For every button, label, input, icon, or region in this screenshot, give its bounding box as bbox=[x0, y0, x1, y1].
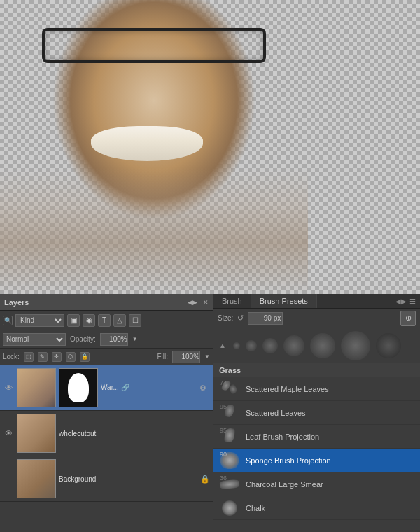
brush-preview-large-2[interactable] bbox=[341, 331, 370, 360]
layer-item-wholecutout[interactable]: 👁 wholecutout bbox=[0, 411, 213, 456]
shape-icon[interactable]: △ bbox=[113, 314, 126, 327]
layer-visibility-wholecutout[interactable]: 👁 bbox=[3, 429, 14, 438]
layer-info-wholecutout: wholecutout bbox=[59, 430, 210, 438]
fill-input[interactable] bbox=[172, 351, 200, 363]
opacity-arrow[interactable]: ▼ bbox=[132, 336, 138, 342]
brush-preview-small-3[interactable] bbox=[262, 338, 278, 354]
brush-preview-small-1[interactable] bbox=[233, 342, 240, 349]
brush-scroll-up[interactable]: ▲ bbox=[219, 342, 226, 349]
brush-item-sponge-brush[interactable]: 90 Sponge Brush Projection bbox=[214, 449, 420, 472]
layer-mask-thumbnail-war bbox=[59, 368, 98, 407]
brush-tabs: Brush Brush Presets ◀▶ ☰ bbox=[214, 294, 420, 309]
chalk-label: Chalk bbox=[246, 504, 414, 512]
size-input[interactable] bbox=[248, 312, 283, 325]
type-icon[interactable]: T bbox=[98, 314, 111, 327]
layers-lock: Lock: ⬚ ✎ ✛ ⬡ 🔒 Fill: ▼ bbox=[0, 349, 213, 365]
layer-chain-icon: ⚙ bbox=[196, 384, 210, 393]
brush-item-scattered-maple[interactable]: 74 Scattered Maple Leaves bbox=[214, 377, 420, 401]
brush-panel: Brush Brush Presets ◀▶ ☰ Size: ↺ ⊕ ▲ bbox=[214, 294, 420, 532]
brush-preview-row: ▲ bbox=[214, 328, 420, 363]
leaf-brush-label: Leaf Brush Projection bbox=[246, 433, 414, 441]
brush-item-info-sponge-brush: Sponge Brush Projection bbox=[246, 456, 414, 465]
charcoal-icon: 36 bbox=[219, 474, 240, 495]
size-label: Size: bbox=[218, 314, 233, 322]
brush-item-chalk[interactable]: Chalk bbox=[214, 496, 420, 520]
brush-size-row: Size: ↺ ⊕ bbox=[214, 309, 420, 328]
layer-name-background: Background bbox=[59, 475, 197, 483]
layers-panel-header: Layers ◀▶ ✕ bbox=[0, 294, 213, 311]
layers-options: Normal Dissolve Multiply Screen Overlay … bbox=[0, 330, 213, 349]
search-icon[interactable]: 🔍 bbox=[3, 316, 13, 326]
brush-section-grass: Grass bbox=[214, 363, 420, 377]
layer-info-war: War... 🔗 bbox=[101, 384, 193, 393]
adjustment-icon[interactable]: ◉ bbox=[83, 314, 95, 327]
brush-preview-large-1[interactable] bbox=[310, 333, 335, 358]
layer-visibility-background[interactable]: 👁 bbox=[3, 475, 14, 483]
brush-create-icon[interactable]: ⊕ bbox=[400, 311, 416, 326]
lock-icon-background: 🔒 bbox=[200, 475, 210, 484]
kind-select[interactable]: Kind Name Effect bbox=[15, 314, 64, 327]
brush-item-charcoal[interactable]: 36 Charcoal Large Smear bbox=[214, 472, 420, 496]
layers-toolbar: 🔍 Kind Name Effect ▣ ◉ T △ ☐ bbox=[0, 311, 213, 330]
opacity-label: Opacity: bbox=[70, 335, 96, 343]
brush-item-info-chalk: Chalk bbox=[246, 504, 414, 512]
brush-item-info-scattered-leaves: Scattered Leaves bbox=[246, 409, 414, 417]
all-lock[interactable]: 🔒 bbox=[80, 352, 90, 362]
charcoal-label: Charcoal Large Smear bbox=[246, 480, 414, 489]
brush-item-scattered-leaves[interactable]: 95 Scattered Leaves bbox=[214, 401, 420, 425]
pixel-icon[interactable]: ▣ bbox=[67, 314, 80, 327]
scattered-leaves-label: Scattered Leaves bbox=[246, 409, 414, 417]
scattered-leaves-icon: 95 bbox=[219, 402, 240, 424]
layer-thumbnail-wholecutout bbox=[17, 414, 56, 453]
layers-list[interactable]: 👁 War... 🔗 ⚙ bbox=[0, 365, 213, 532]
sponge-brush-label: Sponge Brush Projection bbox=[246, 456, 414, 465]
leaf-brush-icon: 95 bbox=[219, 426, 240, 447]
smart-object-icon[interactable]: ☐ bbox=[129, 314, 141, 327]
layer-thumb-image bbox=[18, 369, 55, 407]
layer-info-background: Background bbox=[59, 475, 197, 483]
layers-panel-title: Layers bbox=[4, 298, 29, 307]
bottom-panels: Layers ◀▶ ✕ 🔍 Kind Name Effect ▣ ◉ T △ ☐… bbox=[0, 294, 420, 532]
layer-item-war[interactable]: 👁 War... 🔗 ⚙ bbox=[0, 365, 213, 411]
layer-name-war: War... 🔗 bbox=[101, 384, 193, 391]
brush-item-info-leaf-brush: Leaf Brush Projection bbox=[246, 433, 414, 441]
layers-panel: Layers ◀▶ ✕ 🔍 Kind Name Effect ▣ ◉ T △ ☐… bbox=[0, 294, 214, 532]
brush-preview-xlarge[interactable] bbox=[376, 333, 401, 358]
panel-menu-icon[interactable]: ☰ bbox=[410, 298, 416, 305]
tab-brush-presets[interactable]: Brush Presets bbox=[251, 294, 317, 308]
opacity-input[interactable] bbox=[100, 333, 128, 346]
layer-name-wholecutout: wholecutout bbox=[59, 430, 210, 438]
panel-close-icon[interactable]: ✕ bbox=[203, 299, 209, 306]
scattered-maple-label: Scattered Maple Leaves bbox=[246, 385, 414, 393]
scattered-maple-icon: 74 bbox=[219, 379, 240, 400]
chalk-icon bbox=[219, 498, 240, 519]
layer-mask-image bbox=[59, 369, 97, 407]
brush-preview-small-2[interactable] bbox=[246, 340, 257, 351]
lock-label: Lock: bbox=[3, 353, 20, 360]
brush-item-info-scattered-maple: Scattered Maple Leaves bbox=[246, 385, 414, 393]
brush-item-info-charcoal: Charcoal Large Smear bbox=[246, 480, 414, 489]
sponge-brush-icon: 90 bbox=[219, 450, 240, 471]
artboard-lock[interactable]: ⬡ bbox=[66, 352, 76, 362]
image-pixels-lock[interactable]: ✎ bbox=[38, 352, 48, 362]
panel-controls: ◀▶ ✕ bbox=[188, 299, 209, 306]
blend-mode-select[interactable]: Normal Dissolve Multiply Screen Overlay bbox=[3, 333, 66, 346]
fill-arrow[interactable]: ▼ bbox=[204, 354, 210, 360]
layer-visibility-war[interactable]: 👁 bbox=[3, 384, 14, 392]
mask-shape bbox=[68, 373, 89, 402]
tab-brush[interactable]: Brush bbox=[214, 294, 251, 308]
canvas-area[interactable] bbox=[0, 0, 420, 294]
layer-thumbnail-war bbox=[17, 368, 56, 407]
size-refresh-icon[interactable]: ↺ bbox=[237, 314, 244, 323]
brush-item-leaf-brush[interactable]: 95 Leaf Brush Projection bbox=[214, 425, 420, 449]
position-lock[interactable]: ✛ bbox=[52, 352, 62, 362]
layer-thumbnail-background bbox=[17, 459, 56, 498]
fill-label: Fill: bbox=[158, 353, 169, 360]
panel-resize-icon[interactable]: ◀▶ bbox=[188, 299, 197, 306]
panel-collapse-icon[interactable]: ◀▶ bbox=[396, 298, 407, 305]
brush-list[interactable]: Grass 74 Scattered Maple Leaves bbox=[214, 363, 420, 532]
layer-item-background[interactable]: 👁 Background 🔒 bbox=[0, 456, 213, 502]
brush-preview-medium[interactable] bbox=[284, 335, 304, 356]
transparent-pixels-lock[interactable]: ⬚ bbox=[24, 352, 34, 362]
